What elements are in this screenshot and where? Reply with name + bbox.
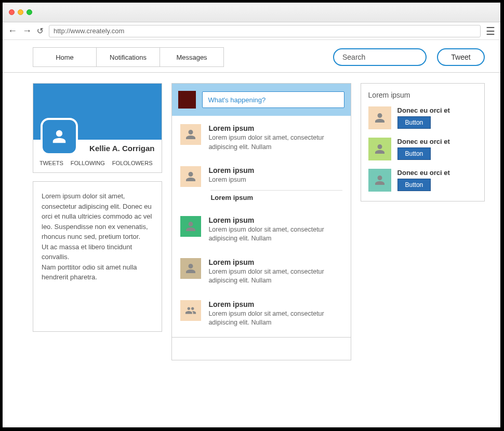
follow-button[interactable]: Button (397, 147, 431, 160)
profile-cover (33, 84, 162, 140)
forward-icon[interactable]: → (22, 25, 32, 36)
feed-footer (172, 337, 350, 360)
users-icon (180, 300, 201, 321)
suggestion-item: Donec eu orci etButton (368, 138, 477, 160)
feed-item-title: Lorem ipsum (208, 166, 342, 174)
feed-item-text: Lorem ipsum dolor sit amet, consectetur … (208, 309, 342, 328)
tab-messages[interactable]: Messages (160, 48, 223, 66)
feed-item-sub: Lorem ipsum (210, 190, 342, 201)
user-icon (180, 258, 201, 279)
feed-item-text: Lorem ipsum (208, 176, 342, 185)
bio-text: Lorem ipsum dolor sit amet, consectetur … (42, 191, 153, 282)
tab-home[interactable]: Home (33, 48, 97, 66)
compose-avatar (178, 91, 196, 109)
follow-button[interactable]: Button (397, 116, 431, 129)
window-minimize-dot[interactable] (18, 9, 23, 15)
feed-item[interactable]: Lorem ipsumLorem ipsumLorem ipsum (172, 158, 350, 208)
tab-notifications[interactable]: Notifications (97, 48, 160, 66)
feed-item-text: Lorem ipsum dolor sit amet, consectetur … (208, 133, 342, 152)
feed-item-title: Lorem ipsum (208, 300, 342, 308)
user-icon (180, 124, 201, 145)
feed-item-title: Lorem ipsum (208, 258, 342, 266)
url-input[interactable]: http://www.creately.com (49, 25, 481, 37)
profile-stats: TWEETS FOLLOWING FOLOLOWERS (33, 156, 162, 172)
bio-card: Lorem ipsum dolor sit amet, consectetur … (33, 181, 162, 332)
feed-card: What's happening? Lorem ipsumLorem ipsum… (171, 83, 351, 360)
browser-toolbar: ← → ↻ http://www.creately.com ☰ (3, 22, 500, 40)
profile-card: Kellie A. Corrigan TWEETS FOLLOWING FOLO… (33, 83, 162, 173)
suggestion-name: Donec eu orci et (397, 106, 477, 114)
user-icon (368, 138, 391, 160)
suggestion-name: Donec eu orci et (397, 169, 477, 177)
app-header: Home Notifications Messages Search Tweet (3, 42, 500, 73)
stats-following[interactable]: FOLLOWING (71, 160, 105, 166)
avatar[interactable] (41, 118, 78, 155)
feed-item[interactable]: Lorem ipsumLorem ipsum dolor sit amet, c… (172, 292, 350, 334)
feed-item[interactable]: Lorem ipsumLorem ipsum dolor sit amet, c… (172, 116, 350, 158)
stats-tweets[interactable]: TWEETS (39, 160, 63, 166)
suggestion-item: Donec eu orci etButton (368, 106, 477, 129)
suggestion-item: Donec eu orci etButton (368, 169, 477, 192)
user-icon (368, 106, 391, 129)
compose-area: What's happening? (172, 84, 350, 116)
window-close-dot[interactable] (9, 9, 15, 15)
stats-followers[interactable]: FOLOLOWERS (112, 160, 153, 166)
menu-icon[interactable]: ☰ (486, 25, 495, 37)
user-icon (180, 166, 201, 187)
feed-item[interactable]: Lorem ipsumLorem ipsum dolor sit amet, c… (172, 250, 350, 292)
suggestions-title: Lorem ipsum (368, 91, 477, 99)
main-tabs: Home Notifications Messages (33, 47, 224, 67)
user-icon (180, 216, 201, 237)
user-icon (368, 169, 391, 192)
url-text: http://www.creately.com (54, 27, 124, 35)
user-icon (51, 129, 67, 144)
search-input[interactable]: Search (333, 48, 427, 66)
browser-titlebar (3, 3, 500, 22)
tweet-button[interactable]: Tweet (437, 48, 485, 66)
follow-button[interactable]: Button (397, 179, 431, 191)
suggestion-name: Donec eu orci et (397, 138, 477, 145)
suggestions-card: Lorem ipsum Donec eu orci etButtonDonec … (361, 83, 485, 201)
back-icon[interactable]: ← (8, 25, 17, 36)
window-zoom-dot[interactable] (26, 9, 32, 15)
feed-item-text: Lorem ipsum dolor sit amet, consectetur … (208, 225, 342, 244)
reload-icon[interactable]: ↻ (37, 26, 44, 36)
feed-item-text: Lorem ipsum dolor sit amet, consectetur … (208, 267, 342, 286)
feed-item[interactable]: Lorem ipsumLorem ipsum dolor sit amet, c… (172, 208, 350, 250)
feed-item-title: Lorem ipsum (208, 124, 342, 132)
compose-input[interactable]: What's happening? (202, 91, 344, 108)
feed-item-title: Lorem ipsum (208, 216, 342, 224)
